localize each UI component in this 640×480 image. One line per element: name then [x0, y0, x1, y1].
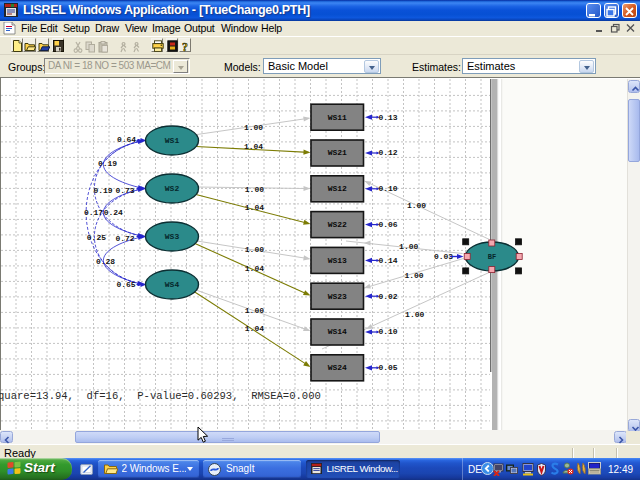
svg-text:WS24: WS24: [328, 363, 347, 372]
svg-text:0.64: 0.64: [117, 135, 136, 144]
svg-text:1.00: 1.00: [404, 271, 423, 280]
svg-text:WS23: WS23: [328, 292, 347, 301]
svg-text:WS14: WS14: [328, 327, 347, 336]
svg-text:WS22: WS22: [328, 220, 347, 229]
svg-text:0.05: 0.05: [378, 363, 397, 372]
svg-text:WS4: WS4: [165, 280, 180, 289]
svg-text:1.00: 1.00: [405, 310, 424, 319]
svg-text:1.04: 1.04: [245, 203, 264, 212]
svg-text:0.65: 0.65: [116, 280, 135, 289]
svg-text:0.19: 0.19: [93, 186, 112, 195]
svg-text:0.17: 0.17: [84, 208, 103, 217]
svg-text:0.73: 0.73: [115, 186, 134, 195]
svg-text:0.02: 0.02: [378, 292, 397, 301]
svg-text:WS21: WS21: [328, 148, 347, 157]
svg-text:1.04: 1.04: [245, 264, 264, 273]
svg-text:1.00: 1.00: [399, 242, 418, 251]
svg-text:WS3: WS3: [165, 232, 180, 241]
svg-text:1.00: 1.00: [245, 245, 264, 254]
svg-text:1.00: 1.00: [245, 185, 264, 194]
svg-text:WS1: WS1: [165, 136, 180, 145]
svg-text:0.10: 0.10: [378, 327, 397, 336]
svg-text:WS12: WS12: [328, 184, 347, 193]
svg-text:0.10: 0.10: [378, 184, 397, 193]
svg-text:0.14: 0.14: [378, 256, 397, 265]
svg-text:WS13: WS13: [328, 256, 347, 265]
svg-text:WS11: WS11: [328, 113, 347, 122]
svg-text:0.28: 0.28: [96, 257, 115, 266]
svg-text:1.04: 1.04: [245, 324, 264, 333]
svg-text:0.24: 0.24: [104, 208, 123, 217]
svg-text:BF: BF: [488, 253, 496, 261]
svg-text:0.13: 0.13: [378, 113, 397, 122]
svg-text:quare=13.94, df=16, P-value=: quare=13.94, df=16, P-value=0.60293, RMS…: [0, 390, 321, 402]
svg-text:0.25: 0.25: [87, 233, 106, 242]
svg-text:0.19: 0.19: [98, 159, 117, 168]
svg-text:0.12: 0.12: [378, 148, 397, 157]
svg-text:0.06: 0.06: [378, 220, 397, 229]
svg-text:1.04: 1.04: [244, 142, 263, 151]
svg-text:1.00: 1.00: [244, 123, 263, 132]
svg-text:0.72: 0.72: [115, 234, 134, 243]
svg-text:1.00: 1.00: [407, 201, 426, 210]
svg-text:WS2: WS2: [165, 184, 180, 193]
svg-text:1.00: 1.00: [245, 306, 264, 315]
svg-text:?: ?: [182, 40, 188, 53]
